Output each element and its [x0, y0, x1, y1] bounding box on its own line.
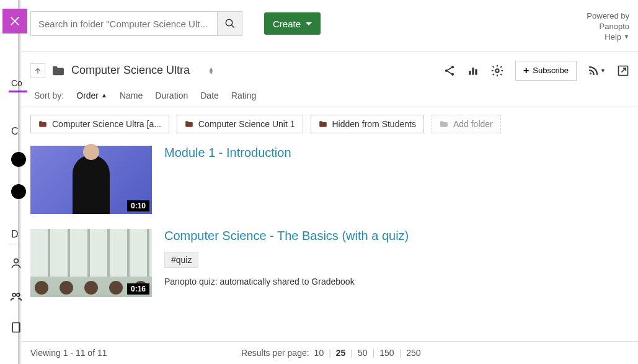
subfolder-label: Computer Science Unit 1	[198, 119, 295, 129]
results-per-page: Results per page: 10 | 25 | 50 | 150 | 2…	[241, 348, 421, 358]
plus-icon: +	[523, 65, 529, 76]
sort-duration[interactable]: Duration	[155, 91, 188, 100]
search-wrap	[30, 11, 242, 36]
folder-title[interactable]: Computer Science Ultra	[71, 64, 190, 77]
rss-dropdown[interactable]: ▼	[588, 65, 606, 76]
tag-chip[interactable]: #quiz	[164, 252, 198, 268]
svg-point-11	[495, 69, 499, 73]
subfolder-chip[interactable]: Computer Science Ultra [a...	[30, 115, 169, 133]
help-link[interactable]: Help ▼	[587, 32, 629, 43]
video-row: 0:16 Computer Science - The Basics (with…	[30, 229, 629, 297]
sort-order[interactable]: Order ▲	[76, 91, 107, 100]
subscribe-button[interactable]: + Subscribe	[515, 61, 577, 81]
sort-asc-icon: ▲	[101, 92, 107, 99]
gear-icon[interactable]	[490, 64, 504, 78]
svg-point-12	[590, 73, 591, 74]
video-thumbnail[interactable]: 0:10	[30, 146, 152, 214]
powered-by: Powered by Panopto Help ▼	[587, 11, 629, 43]
svg-rect-10	[475, 69, 477, 74]
subfolder-chip[interactable]: Computer Science Unit 1	[177, 115, 303, 133]
folder-dropdown[interactable]: ▲ ▼	[208, 67, 214, 74]
rpp-option-10[interactable]: 10	[314, 348, 324, 358]
folder-icon	[440, 120, 448, 128]
duration-badge: 0:10	[127, 200, 149, 211]
sort-name[interactable]: Name	[120, 91, 143, 100]
rpp-option-50[interactable]: 50	[358, 348, 368, 358]
content-area: Computer Science Ultra [a... Computer Sc…	[22, 107, 638, 341]
duration-badge: 0:16	[127, 283, 149, 295]
divider	[9, 244, 19, 244]
video-thumbnail[interactable]: 0:16	[30, 229, 152, 297]
rss-icon	[588, 65, 599, 76]
caret-down-icon: ▼	[624, 33, 629, 41]
subfolder-chip[interactable]: Hidden from Students	[311, 115, 424, 133]
open-external-icon[interactable]	[617, 64, 629, 77]
rpp-option-25[interactable]: 25	[336, 348, 346, 358]
sort-label: Sort by:	[34, 91, 64, 100]
rpp-option-150[interactable]: 150	[379, 348, 394, 358]
svg-rect-9	[472, 68, 474, 75]
folder-icon	[185, 120, 193, 128]
up-button[interactable]	[30, 63, 45, 78]
search-button[interactable]	[217, 12, 242, 35]
footer-bar: Viewing 1 - 11 of 11 Results per page: 1…	[22, 341, 638, 364]
folder-icon	[38, 120, 47, 128]
svg-rect-8	[469, 71, 471, 75]
create-label: Create	[273, 19, 301, 29]
subfolder-list: Computer Science Ultra [a... Computer Sc…	[30, 115, 629, 133]
subfolder-label: Hidden from Students	[332, 119, 416, 129]
svg-point-4	[226, 19, 233, 26]
folder-icon	[51, 65, 65, 76]
folder-bar: Computer Science Ultra ▲ ▼ + Subscribe ▼	[22, 52, 638, 86]
rpp-label: Results per page:	[241, 348, 309, 358]
viewing-status: Viewing 1 - 11 of 11	[30, 348, 107, 358]
sort-rating[interactable]: Rating	[231, 91, 256, 100]
stats-icon[interactable]	[467, 64, 479, 77]
video-row: 0:10 Module 1 - Introduction	[30, 146, 629, 214]
subscribe-label: Subscribe	[533, 66, 569, 75]
rpp-option-250[interactable]: 250	[406, 348, 420, 358]
video-title[interactable]: Computer Science - The Basics (with a qu…	[164, 229, 409, 243]
arrow-up-icon	[33, 66, 42, 75]
top-bar: Create Powered by Panopto Help ▼	[22, 0, 638, 52]
video-title[interactable]: Module 1 - Introduction	[164, 146, 291, 160]
caret-down-icon: ▼	[600, 68, 606, 74]
add-folder-button[interactable]: Add folder	[432, 115, 501, 133]
caret-down-icon	[306, 22, 312, 25]
video-list: 0:10 Module 1 - Introduction 0:16 Comput…	[30, 146, 629, 297]
share-icon[interactable]	[443, 64, 456, 77]
folder-icon	[319, 120, 327, 128]
svg-point-1	[12, 293, 16, 296]
sort-bar: Sort by: Order ▲ Name Duration Date Rati…	[22, 86, 638, 107]
subfolder-label: Computer Science Ultra [a...	[52, 119, 161, 129]
search-icon	[224, 18, 236, 29]
caret-down-icon: ▼	[208, 71, 214, 74]
add-folder-label: Add folder	[453, 119, 493, 129]
create-button[interactable]: Create	[264, 12, 321, 35]
video-note: Panopto quiz: automatically shared to Gr…	[164, 277, 409, 286]
search-input[interactable]	[31, 12, 217, 35]
close-icon	[8, 14, 22, 28]
sort-date[interactable]: Date	[200, 91, 219, 100]
